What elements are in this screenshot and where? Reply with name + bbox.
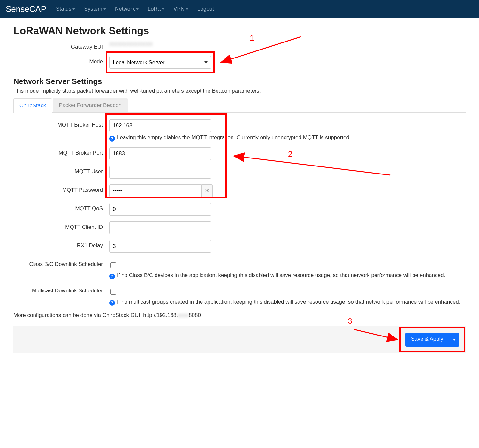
navbar: SenseCAP Status System Network LoRa VPN …: [0, 0, 479, 18]
mqtt-user-input[interactable]: [109, 166, 211, 179]
tabs: ChirpStack Packet Forwarder Beacon: [13, 98, 466, 113]
mqtt-port-input[interactable]: [109, 147, 211, 160]
mqtt-host-label: MQTT Broker Host: [13, 119, 109, 128]
mqtt-host-hint: ?Leaving this empty diables the MQTT int…: [109, 135, 466, 142]
mqtt-client-id-input[interactable]: [109, 221, 211, 234]
caret-down-icon: [186, 8, 188, 10]
mqtt-client-id-label: MQTT Client ID: [13, 221, 109, 230]
mode-label: Mode: [13, 56, 109, 65]
multicast-hint: ?If no multicast groups created in the a…: [109, 299, 466, 306]
mqtt-password-label: MQTT Password: [13, 184, 109, 193]
section-description: This mode implicitly starts packet forwa…: [13, 88, 466, 94]
mode-select[interactable]: Local Network Server: [109, 56, 211, 69]
class-bc-label: Class B/C Downlink Scheduler: [13, 259, 109, 267]
actions-bar: Save & Apply: [13, 326, 466, 353]
nav-vpn[interactable]: VPN: [173, 6, 188, 12]
mqtt-qos-input[interactable]: [109, 203, 211, 216]
class-bc-checkbox[interactable]: [110, 262, 116, 268]
caret-down-icon: [72, 8, 75, 10]
section-title: Network Server Settings: [13, 77, 466, 86]
mqtt-host-input[interactable]: [109, 119, 211, 132]
nav-logout[interactable]: Logout: [197, 6, 214, 12]
brand-logo: SenseCAP: [6, 4, 46, 14]
caret-down-icon: [136, 8, 139, 10]
save-apply-button[interactable]: Save & Apply: [405, 333, 459, 347]
mqtt-user-label: MQTT User: [13, 166, 109, 175]
rx1-delay-input[interactable]: [109, 240, 211, 253]
caret-down-icon: [103, 8, 106, 10]
mqtt-qos-label: MQTT QoS: [13, 203, 109, 212]
tab-chirpstack[interactable]: ChirpStack: [13, 98, 52, 113]
mqtt-port-label: MQTT Broker Port: [13, 147, 109, 156]
nav-network[interactable]: Network: [115, 6, 139, 12]
tab-packet-forwarder-beacon[interactable]: Packet Forwarder Beacon: [53, 98, 128, 112]
rx1-delay-label: RX1 Delay: [13, 240, 109, 249]
info-icon: ?: [109, 136, 115, 142]
gateway-eui-value: XXXXXXXXXXXX: [109, 41, 153, 47]
info-icon: ?: [109, 300, 115, 306]
nav-lora[interactable]: LoRa: [148, 6, 164, 12]
page-title: LoRaWAN Network Settings: [13, 25, 466, 37]
multicast-checkbox[interactable]: [110, 289, 116, 295]
nav-status[interactable]: Status: [56, 6, 75, 12]
nav-system[interactable]: System: [84, 6, 106, 12]
caret-down-icon: [162, 8, 164, 10]
multicast-label: Multicast Downlink Scheduler: [13, 285, 109, 294]
info-icon: ?: [109, 274, 115, 279]
mqtt-password-input[interactable]: [109, 184, 202, 197]
class-bc-hint: ?If no Class B/C devices in the applicat…: [109, 272, 466, 279]
gateway-eui-label: Gateway EUI: [13, 41, 109, 50]
footer-note: More configurations can be done via Chir…: [13, 312, 466, 319]
password-reveal-button[interactable]: ∗: [202, 184, 213, 197]
dropdown-caret-icon[interactable]: [449, 333, 459, 347]
